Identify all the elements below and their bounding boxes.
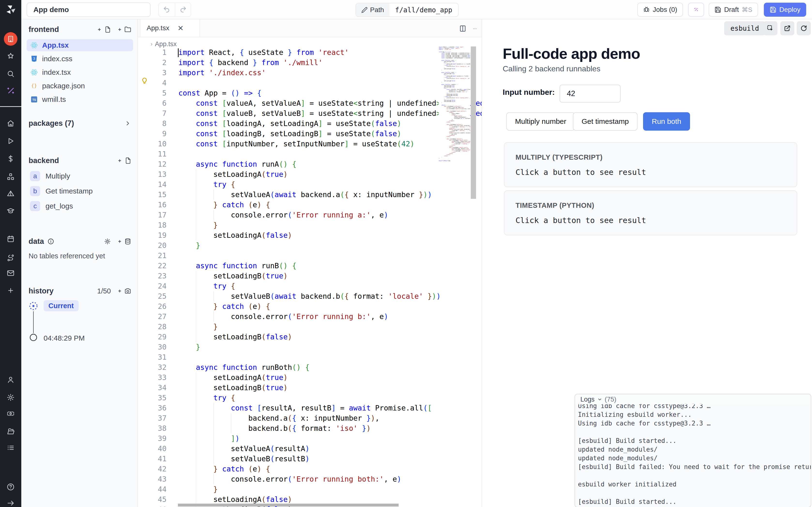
- app-name-input[interactable]: [26, 2, 151, 17]
- tab-app-tsx[interactable]: App.tsx ✕: [140, 19, 200, 37]
- file-item-index-tsx[interactable]: index.tsx: [26, 66, 133, 78]
- path-edit-button[interactable]: Path: [356, 3, 389, 16]
- code-line[interactable]: 33 setLoadingA(true): [138, 373, 482, 383]
- path-group[interactable]: Path f/all/demo_app: [356, 3, 458, 17]
- code-line[interactable]: 38 backend.b({ format: 'iso' }): [138, 423, 482, 434]
- code-line[interactable]: 35 try {: [138, 393, 482, 403]
- file-item-wmill-ts[interactable]: TSwmill.ts: [26, 93, 133, 106]
- code-line[interactable]: 14 try {: [138, 179, 482, 190]
- code-line[interactable]: 19 setLoadingA(false): [138, 230, 482, 240]
- data-settings-button[interactable]: [104, 238, 111, 245]
- dollar-icon[interactable]: [6, 154, 15, 163]
- code-line[interactable]: 6 const [valueA, setValueA] = useState<s…: [138, 98, 482, 108]
- magic-wand-icon[interactable]: [6, 87, 15, 95]
- multiply-number-button[interactable]: Multiply number: [506, 112, 575, 131]
- code-line[interactable]: 12 async function runA() {: [138, 159, 482, 169]
- file-item-package-json[interactable]: {}package.json: [26, 80, 133, 92]
- jobs-button[interactable]: Jobs (0): [637, 3, 683, 17]
- history-entry-time[interactable]: 04:48:29 PM: [44, 334, 85, 342]
- add-runnable-button[interactable]: [117, 157, 131, 164]
- get-timestamp-button[interactable]: Get timestamp: [573, 112, 638, 131]
- minimap[interactable]: import React, { useState } from 'react'i…: [439, 47, 470, 164]
- code-line[interactable]: 28 }: [138, 322, 482, 332]
- code-line[interactable]: 16 } catch (e) {: [138, 200, 482, 210]
- user-icon[interactable]: [6, 376, 15, 384]
- vertical-scrollbar[interactable]: [471, 47, 476, 199]
- calendar-icon[interactable]: [6, 235, 15, 243]
- add-table-button[interactable]: [117, 238, 131, 245]
- logs-header[interactable]: Logs (75): [575, 394, 811, 404]
- file-item-index-css[interactable]: 3index.css: [26, 53, 133, 65]
- code-line[interactable]: 23 setLoadingB(true): [138, 271, 482, 281]
- star-icon[interactable]: [6, 52, 15, 61]
- plus-icon[interactable]: [6, 286, 15, 295]
- code-line[interactable]: 43 console.error('Error running both:', …: [138, 474, 482, 484]
- packages-section-header[interactable]: packages (7): [29, 119, 131, 128]
- draft-button[interactable]: Draft ⌘S: [709, 3, 758, 17]
- redo-button[interactable]: [175, 3, 191, 16]
- runnable-item-get-timestamp[interactable]: bGet timestamp: [26, 184, 133, 198]
- workers-icon[interactable]: [6, 409, 15, 418]
- logs-panel[interactable]: Logs (75) Using idb cache for csstype@3.…: [575, 394, 811, 507]
- code-line[interactable]: 2import { backend } from './wmill': [138, 58, 482, 68]
- code-line[interactable]: 15 setValueA(await backend.a({ x: inputN…: [138, 190, 482, 200]
- add-snapshot-button[interactable]: [117, 288, 131, 294]
- apps-building-icon[interactable]: [4, 32, 17, 46]
- code-line[interactable]: 3import './index.css': [138, 68, 482, 78]
- add-file-button[interactable]: [97, 26, 111, 33]
- code-line[interactable]: 18 }: [138, 220, 482, 230]
- runnable-item-get-logs[interactable]: cget_logs: [26, 199, 133, 213]
- help-icon[interactable]: [6, 483, 15, 491]
- code-line[interactable]: 30 }: [138, 342, 482, 352]
- route-icon[interactable]: [6, 253, 15, 262]
- add-folder-button[interactable]: [117, 26, 131, 33]
- deploy-button[interactable]: Deploy: [764, 3, 806, 17]
- code-line[interactable]: 37 backend.a({ x: inputNumber }),: [138, 413, 482, 423]
- home-icon[interactable]: [6, 119, 15, 128]
- code-line[interactable]: 24 try {: [138, 281, 482, 291]
- runnable-item-multiply[interactable]: aMultiply: [26, 169, 133, 183]
- file-item-App-tsx[interactable]: App.tsx: [26, 39, 133, 51]
- code-line[interactable]: 42 } catch (e) {: [138, 464, 482, 474]
- runtime-badge[interactable]: esbuild: [724, 21, 765, 35]
- code-line[interactable]: 36 const [resultA, resultB] = await Prom…: [138, 403, 482, 413]
- code-line[interactable]: 41 setValueB(resultB): [138, 454, 482, 464]
- settings-gear-icon[interactable]: [6, 393, 15, 402]
- code-line[interactable]: 32 async function runBoth() {: [138, 362, 482, 373]
- code-line[interactable]: 27 console.error('Error running b:', e): [138, 312, 482, 322]
- code-line[interactable]: 4: [138, 78, 482, 88]
- code-line[interactable]: 13 setLoadingA(true): [138, 169, 482, 179]
- code-line[interactable]: 29 setLoadingB(false): [138, 332, 482, 342]
- ai-wand-button[interactable]: [688, 3, 704, 17]
- open-external-icon[interactable]: [780, 21, 794, 35]
- code-line[interactable]: 1import React, { useState } from 'react': [138, 47, 482, 58]
- code-line[interactable]: 10 const [inputNumber, setInputNumber] =…: [138, 139, 482, 149]
- code-line[interactable]: 34 setLoadingB(true): [138, 383, 482, 393]
- mail-icon[interactable]: [6, 269, 15, 277]
- code-line[interactable]: 44 }: [138, 484, 482, 494]
- refresh-icon[interactable]: [797, 21, 811, 35]
- code-line[interactable]: 22 async function runB() {: [138, 261, 482, 271]
- code-line[interactable]: 45 setLoadingA(false): [138, 494, 482, 505]
- code-line[interactable]: 26 } catch (e) {: [138, 301, 482, 312]
- code-line[interactable]: 31: [138, 352, 482, 362]
- undo-button[interactable]: [159, 3, 175, 16]
- play-icon[interactable]: [6, 137, 15, 146]
- code-viewport[interactable]: 1import React, { useState } from 'react'…: [138, 47, 482, 507]
- editor-menu-icon[interactable]: ⋯: [470, 24, 480, 34]
- search-icon[interactable]: [6, 69, 15, 78]
- inspect-select-icon[interactable]: [763, 21, 777, 35]
- folder-open-icon[interactable]: [6, 427, 15, 436]
- code-line[interactable]: 5const App = () => {: [138, 88, 482, 98]
- code-line[interactable]: 40 setValueA(resultA): [138, 444, 482, 454]
- close-tab-icon[interactable]: ✕: [177, 24, 183, 33]
- code-line[interactable]: 9 const [loadingB, setLoadingB] = useSta…: [138, 129, 482, 139]
- code-line[interactable]: 8 const [loadingA, setLoadingA] = useSta…: [138, 118, 482, 129]
- history-entry-current[interactable]: Current: [44, 300, 79, 311]
- list-icon[interactable]: [6, 443, 15, 452]
- prism-icon[interactable]: [6, 189, 15, 198]
- run-both-button[interactable]: Run both: [643, 112, 690, 131]
- code-line[interactable]: 11: [138, 149, 482, 159]
- code-line[interactable]: 20 }: [138, 240, 482, 250]
- horizontal-scrollbar[interactable]: [178, 504, 398, 507]
